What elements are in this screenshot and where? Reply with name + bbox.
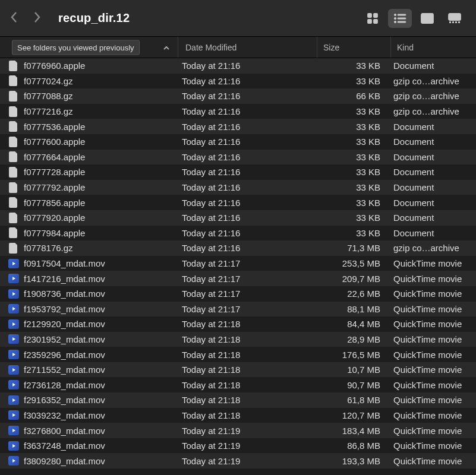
table-row[interactable]: f0777024.gzToday at 21:1633 KBgzip co…ar…: [0, 74, 476, 89]
file-kind: QuickTime movie: [387, 304, 476, 314]
file-size: 193,3 MB: [314, 456, 387, 466]
file-name: f2711552_mdat.mov: [19, 365, 175, 375]
nav-arrows: [10, 10, 42, 26]
forward-button[interactable]: [32, 10, 42, 26]
file-date: Today at 21:16: [175, 243, 314, 253]
columns-header: See folders you viewed previously Date M…: [0, 37, 476, 58]
table-row[interactable]: f0776960.appleToday at 21:1633 KBDocumen…: [0, 58, 476, 74]
svg-rect-16: [455, 21, 457, 23]
file-kind: QuickTime movie: [387, 410, 476, 420]
file-kind: QuickTime movie: [387, 456, 476, 466]
file-size: 33 KB: [314, 61, 387, 71]
file-size: 10,7 MB: [314, 365, 387, 375]
file-size: 66 KB: [314, 91, 387, 101]
file-size: 71,3 MB: [314, 243, 387, 253]
quicktime-icon: [8, 365, 19, 375]
icon-view-button[interactable]: [361, 9, 384, 28]
file-name: f1417216_mdat.mov: [19, 274, 175, 284]
file-name: f0777536.apple: [19, 122, 175, 132]
file-size: 33 KB: [314, 76, 387, 86]
column-header-kind[interactable]: Kind: [391, 37, 476, 58]
file-name: f0777216.gz: [19, 106, 175, 116]
file-kind: Document: [387, 61, 476, 71]
table-row[interactable]: f0777664.appleToday at 21:1633 KBDocumen…: [0, 150, 476, 165]
file-kind: Document: [387, 167, 476, 177]
file-size: 120,7 MB: [314, 410, 387, 420]
svg-point-8: [394, 21, 396, 23]
table-row[interactable]: f0777856.appleToday at 21:1633 KBDocumen…: [0, 195, 476, 210]
document-icon: [8, 213, 19, 223]
file-size: 33 KB: [314, 182, 387, 192]
file-date: Today at 21:16: [175, 106, 314, 116]
table-row[interactable]: f0917504_mdat.movToday at 21:17253,5 MBQ…: [0, 256, 476, 271]
table-row[interactable]: f3809280_mdat.movToday at 21:19193,3 MBQ…: [0, 453, 476, 468]
svg-rect-5: [398, 14, 406, 15]
file-date: Today at 21:17: [175, 289, 314, 299]
file-size: 84,4 MB: [314, 319, 387, 329]
column-header-size[interactable]: Size: [317, 37, 391, 58]
table-row[interactable]: f2129920_mdat.movToday at 21:1884,4 MBQu…: [0, 316, 476, 332]
table-row[interactable]: f0777600.appleToday at 21:1633 KBDocumen…: [0, 134, 476, 150]
file-name: f2359296_mdat.mov: [19, 350, 175, 360]
file-date: Today at 21:19: [175, 441, 314, 451]
quicktime-icon: [8, 410, 19, 420]
column-view-button[interactable]: [415, 9, 439, 28]
file-name: f2736128_mdat.mov: [19, 380, 175, 390]
file-kind: gzip co…archive: [387, 243, 476, 253]
file-size: 33 KB: [314, 228, 387, 238]
table-row[interactable]: f1417216_mdat.movToday at 21:17209,7 MBQ…: [0, 271, 476, 286]
file-kind: QuickTime movie: [387, 380, 476, 390]
svg-rect-1: [374, 14, 377, 17]
quicktime-icon: [8, 273, 19, 284]
file-date: Today at 21:16: [175, 182, 314, 192]
table-row[interactable]: f0777536.appleToday at 21:1633 KBDocumen…: [0, 119, 476, 134]
file-kind: gzip co…archive: [387, 91, 476, 101]
table-row[interactable]: f0777088.gzToday at 21:1666 KBgzip co…ar…: [0, 88, 476, 104]
file-date: Today at 21:18: [175, 365, 314, 375]
file-date: Today at 21:18: [175, 334, 314, 344]
file-name: f0777920.apple: [19, 213, 175, 223]
svg-rect-0: [368, 14, 371, 17]
file-date: Today at 21:17: [175, 304, 314, 314]
table-row[interactable]: f1908736_mdat.movToday at 21:1722,6 MBQu…: [0, 286, 476, 302]
file-date: Today at 21:16: [175, 91, 314, 101]
list-view-button[interactable]: [388, 9, 412, 28]
file-size: 33 KB: [314, 167, 387, 177]
file-date: Today at 21:17: [175, 274, 314, 284]
table-row[interactable]: f3276800_mdat.movToday at 21:19183,4 MBQ…: [0, 423, 476, 438]
file-size: 33 KB: [314, 198, 387, 208]
svg-rect-15: [452, 21, 454, 23]
file-name: f1953792_mdat.mov: [19, 304, 175, 314]
file-date: Today at 21:16: [175, 228, 314, 238]
file-kind: QuickTime movie: [387, 274, 476, 284]
document-icon: [8, 75, 19, 86]
table-row[interactable]: f3039232_mdat.movToday at 21:18120,7 MBQ…: [0, 408, 476, 423]
chevron-up-icon: [163, 43, 169, 52]
quicktime-icon: [8, 289, 19, 299]
file-list: f0776960.appleToday at 21:1633 KBDocumen…: [0, 58, 476, 468]
quicktime-icon: [8, 395, 19, 406]
table-row[interactable]: f3637248_mdat.movToday at 21:1986,8 MBQu…: [0, 438, 476, 454]
table-row[interactable]: f0777920.appleToday at 21:1633 KBDocumen…: [0, 210, 476, 226]
table-row[interactable]: f1953792_mdat.movToday at 21:1788,1 MBQu…: [0, 302, 476, 317]
table-row[interactable]: f2916352_mdat.movToday at 21:1861,8 MBQu…: [0, 392, 476, 408]
table-row[interactable]: f0777216.gzToday at 21:1633 KBgzip co…ar…: [0, 104, 476, 119]
column-header-date[interactable]: Date Modified: [178, 37, 317, 58]
table-row[interactable]: f0778176.gzToday at 21:1671,3 MBgzip co……: [0, 240, 476, 256]
table-row[interactable]: f0777728.appleToday at 21:1633 KBDocumen…: [0, 164, 476, 180]
table-row[interactable]: f2359296_mdat.movToday at 21:18176,5 MBQ…: [0, 347, 476, 362]
quicktime-icon: [8, 379, 19, 390]
back-button[interactable]: [10, 10, 19, 26]
table-row[interactable]: f2301952_mdat.movToday at 21:1828,9 MBQu…: [0, 332, 476, 347]
table-row[interactable]: f2736128_mdat.movToday at 21:1890,7 MBQu…: [0, 377, 476, 392]
file-kind: gzip co…archive: [387, 106, 476, 116]
quicktime-icon: [8, 455, 19, 466]
file-name: f0777088.gz: [19, 91, 175, 101]
file-name: f2301952_mdat.mov: [19, 334, 175, 344]
table-row[interactable]: f0777792.appleToday at 21:1633 KBDocumen…: [0, 180, 476, 195]
quicktime-icon: [8, 334, 19, 344]
file-kind: QuickTime movie: [387, 319, 476, 329]
table-row[interactable]: f0777984.appleToday at 21:1633 KBDocumen…: [0, 226, 476, 241]
gallery-view-button[interactable]: [443, 9, 466, 28]
table-row[interactable]: f2711552_mdat.movToday at 21:1810,7 MBQu…: [0, 362, 476, 378]
